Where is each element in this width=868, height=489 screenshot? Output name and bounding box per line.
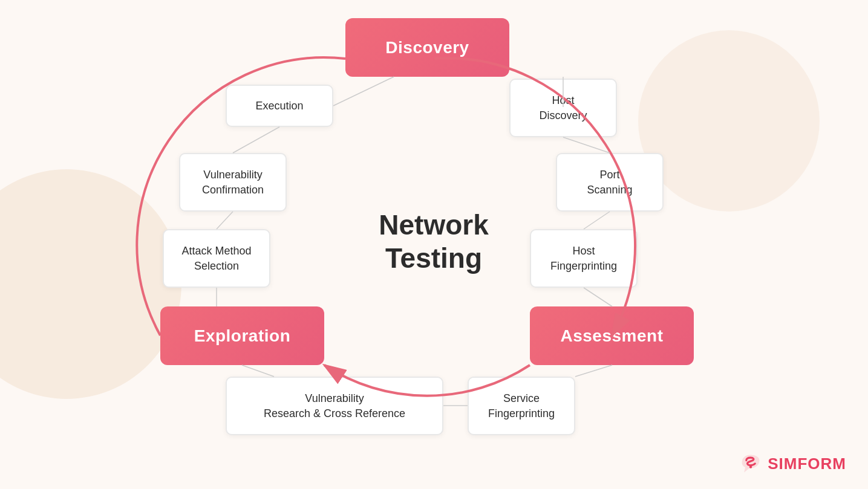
category-discovery: Discovery: [345, 18, 509, 77]
simform-logo: SIMFORM: [740, 453, 846, 474]
center-title: NetworkTesting: [379, 209, 488, 275]
item-execution: Execution: [226, 85, 333, 127]
category-exploration: Exploration: [160, 306, 324, 365]
item-host-fingerprinting: HostFingerprinting: [530, 229, 638, 288]
svg-point-13: [749, 465, 752, 468]
item-service-fingerprinting: ServiceFingerprinting: [468, 377, 575, 435]
simform-icon: [740, 453, 762, 474]
category-assessment: Assessment: [530, 306, 694, 365]
item-port-scanning: PortScanning: [556, 153, 664, 212]
item-vuln-confirmation: VulnerabilityConfirmation: [179, 153, 287, 212]
item-attack-method: Attack MethodSelection: [163, 229, 270, 288]
diagram-container: Discovery Assessment Exploration HostDis…: [0, 0, 868, 489]
simform-company-name: SIMFORM: [768, 455, 846, 473]
item-vuln-research: VulnerabilityResearch & Cross Reference: [226, 377, 443, 435]
item-host-discovery: HostDiscovery: [509, 79, 617, 137]
